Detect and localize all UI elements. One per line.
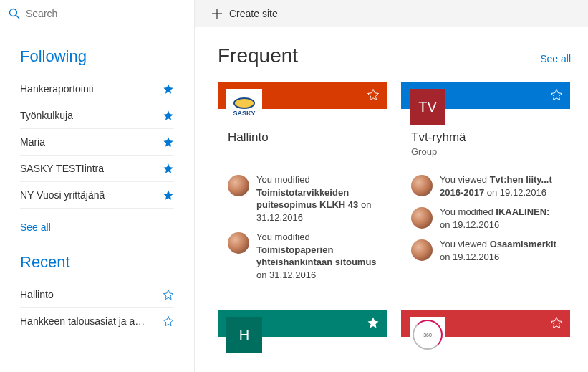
star-outline-icon[interactable] [163, 315, 174, 327]
avatar [228, 232, 249, 254]
star-outline-icon[interactable] [367, 88, 380, 101]
following-item[interactable]: SASKY TESTIintra [20, 156, 174, 182]
search-input[interactable] [26, 8, 185, 19]
avatar [411, 207, 433, 229]
star-filled-icon[interactable] [163, 189, 174, 201]
card-banner: 360 [401, 310, 570, 337]
activity-row[interactable]: You viewed Osaamismerkit on 19.12.2016 [411, 238, 560, 263]
recent-item[interactable]: Hankkeen talousasiat ja asia... [20, 308, 174, 334]
activity-text: You modified Toimistopaperien yhteishank… [256, 231, 377, 281]
following-see-all[interactable]: See all [20, 221, 51, 233]
activity-row[interactable]: You viewed Tvt:hen liity...t 2016-2017 o… [411, 173, 560, 199]
main-content: Frequent See all SASKYHallintoYou modifi… [195, 27, 588, 372]
frequent-see-all[interactable]: See all [540, 53, 571, 65]
following-item-label: Työnkulkuja [20, 110, 73, 121]
star-filled-icon[interactable] [163, 136, 174, 148]
following-item-label: Maria [20, 136, 45, 148]
card-activities: You viewed Tvt:hen liity...t 2016-2017 o… [401, 173, 570, 277]
star-filled-icon[interactable] [163, 110, 174, 121]
recent-heading: Recent [20, 253, 174, 272]
following-item[interactable]: NY Vuosi yrittäjänä [20, 182, 174, 209]
card-banner: SASKY [218, 82, 387, 109]
following-heading: Following [20, 47, 174, 66]
recent-item-label: Hallinto [20, 289, 54, 300]
svg-point-0 [10, 9, 17, 16]
avatar [411, 239, 433, 261]
site-logo: H [226, 317, 262, 353]
activity-text: You modified Toimistotarvikkeiden puites… [256, 173, 377, 224]
sidebar: Following Hankeraportointi Työnkulkuja M… [0, 27, 195, 372]
following-item[interactable]: Työnkulkuja [20, 102, 174, 129]
following-item-label: Hankeraportointi [20, 83, 94, 95]
site-card[interactable]: H [218, 310, 387, 337]
activity-text: You viewed Osaamismerkit on 19.12.2016 [440, 238, 560, 263]
star-outline-icon[interactable] [550, 88, 563, 101]
site-card[interactable]: TVTvt-ryhmäGroupYou viewed Tvt:hen liity… [401, 82, 570, 295]
card-activities: You modified Toimistotarvikkeiden puites… [218, 173, 387, 295]
avatar [411, 175, 433, 196]
following-item[interactable]: Hankeraportointi [20, 76, 174, 102]
star-filled-icon[interactable] [163, 163, 174, 174]
card-banner: TV [401, 82, 570, 109]
activity-row[interactable]: You modified IKAALINEN: on 19.12.2016 [411, 206, 560, 231]
avatar [228, 175, 249, 196]
star-outline-icon[interactable] [550, 316, 563, 329]
activity-row[interactable]: You modified Toimistotarvikkeiden puites… [228, 173, 377, 224]
following-item[interactable]: Maria [20, 129, 174, 156]
card-title: Hallinto [228, 130, 377, 145]
activity-text: You modified IKAALINEN: on 19.12.2016 [440, 206, 560, 231]
plus-icon [212, 9, 222, 19]
activity-row[interactable]: You modified Toimistopaperien yhteishank… [228, 231, 377, 281]
create-site-label: Create site [229, 8, 278, 19]
star-filled-icon[interactable] [163, 83, 174, 95]
star-filled-icon[interactable] [367, 316, 380, 329]
search-box[interactable] [0, 0, 195, 27]
frequent-heading: Frequent [218, 44, 298, 67]
card-banner: H [218, 310, 387, 337]
site-logo: SASKY [226, 89, 262, 125]
card-title: Tvt-ryhmä [411, 130, 560, 145]
star-outline-icon[interactable] [163, 289, 174, 300]
site-card[interactable]: 360 [401, 310, 570, 337]
following-item-label: SASKY TESTIintra [20, 163, 104, 174]
activity-text: You viewed Tvt:hen liity...t 2016-2017 o… [440, 173, 560, 199]
recent-item[interactable]: Hallinto [20, 282, 174, 308]
site-logo: 360 [410, 317, 445, 353]
create-site-button[interactable]: Create site [212, 8, 278, 19]
card-subtitle: Group [411, 146, 560, 157]
search-icon [9, 8, 20, 19]
recent-item-label: Hankkeen talousasiat ja asia... [20, 315, 149, 327]
site-logo: TV [410, 89, 445, 125]
following-item-label: NY Vuosi yrittäjänä [20, 189, 105, 201]
site-card[interactable]: SASKYHallintoYou modified Toimistotarvik… [218, 82, 387, 295]
svg-line-1 [16, 15, 20, 19]
